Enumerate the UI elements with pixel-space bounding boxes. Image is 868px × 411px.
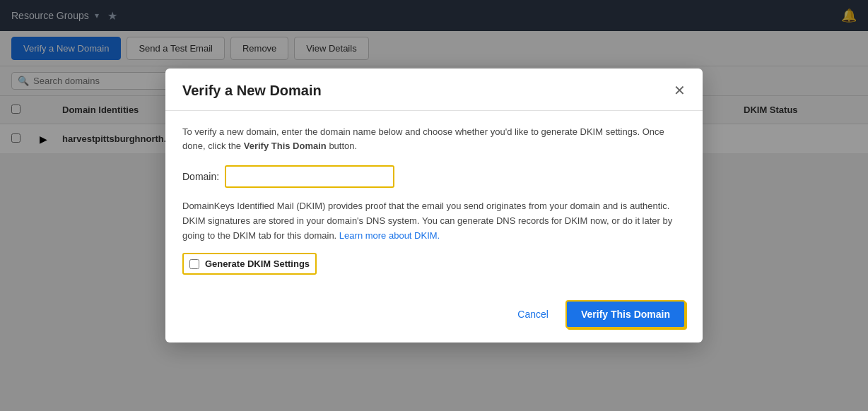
modal-body: To verify a new domain, enter the domain… (165, 111, 703, 292)
modal-header: Verify a New Domain ✕ (165, 68, 703, 111)
modal-description: To verify a new domain, enter the domain… (182, 125, 686, 155)
domain-input-row: Domain: (182, 165, 686, 188)
generate-dkim-label: Generate DKIM Settings (205, 258, 310, 269)
verify-domain-modal: Verify a New Domain ✕ To verify a new do… (165, 68, 703, 343)
modal-footer: Cancel Verify This Domain (165, 292, 703, 342)
modal-desc-bold: Verify This Domain (244, 141, 327, 151)
domain-field-label: Domain: (182, 171, 219, 182)
cancel-button[interactable]: Cancel (509, 303, 557, 326)
modal-overlay: Verify a New Domain ✕ To verify a new do… (0, 0, 868, 411)
generate-dkim-checkbox[interactable] (189, 259, 199, 269)
verify-this-domain-button[interactable]: Verify This Domain (565, 300, 686, 328)
modal-close-button[interactable]: ✕ (674, 83, 686, 97)
dkim-checkbox-row: Generate DKIM Settings (182, 253, 317, 275)
dkim-description: DomainKeys Identified Mail (DKIM) provid… (182, 199, 686, 243)
modal-title: Verify a New Domain (182, 83, 322, 99)
modal-desc-text2: button. (327, 141, 357, 151)
dkim-learn-more-link[interactable]: Learn more about DKIM. (339, 230, 440, 241)
domain-input-field[interactable] (225, 165, 394, 188)
